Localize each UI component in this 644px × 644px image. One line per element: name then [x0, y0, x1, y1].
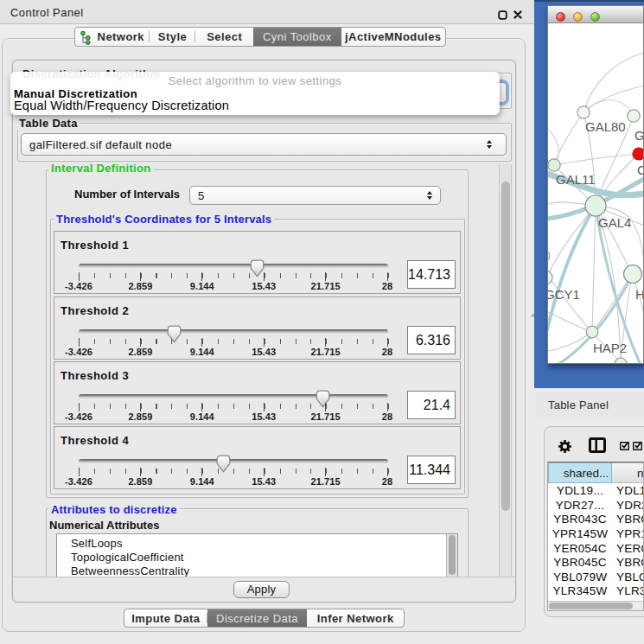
svg-text:GA: GA — [634, 128, 643, 143]
svg-text:H: H — [635, 287, 643, 302]
svg-text:GAL80: GAL80 — [585, 119, 626, 134]
svg-text:GCY1: GCY1 — [548, 287, 580, 302]
svg-text:GAL11: GAL11 — [556, 172, 596, 187]
svg-text:C: C — [637, 163, 643, 177]
svg-text:GAL4: GAL4 — [598, 215, 631, 230]
svg-text:HAP2: HAP2 — [593, 341, 627, 355]
